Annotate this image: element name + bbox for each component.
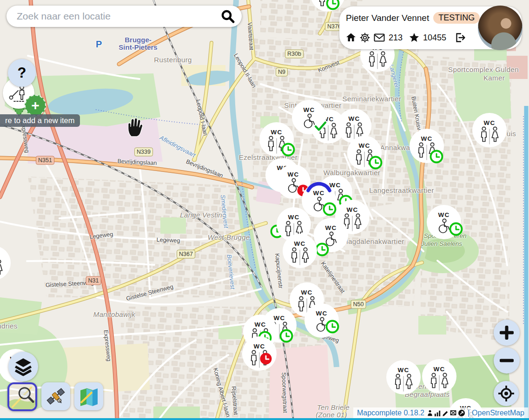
search-bar — [7, 6, 242, 27]
plus-icon — [500, 326, 514, 340]
toilet-marker-duo[interactable]: WC — [417, 354, 462, 399]
openstreetmap-link[interactable]: OpenStreetMap — [472, 409, 524, 417]
mapcomplete-app: Brugge- Sint-Pieters P RustenburgSint-Gi… — [0, 0, 529, 420]
satellite-icon — [46, 386, 66, 407]
toilet-marker-duo[interactable]: WC — [467, 108, 512, 152]
changesets-count: 10455 — [423, 33, 446, 43]
attribution-icons — [427, 409, 465, 417]
hand-cursor-icon — [126, 117, 144, 138]
opening-hours-open-icon — [327, 0, 339, 9]
zoom-out-button[interactable] — [494, 348, 520, 374]
avatar[interactable] — [478, 6, 522, 50]
svg-text:WC: WC — [484, 119, 496, 126]
question-mark-label: ? — [18, 65, 26, 81]
background-map-button[interactable] — [74, 382, 103, 410]
svg-text:WC: WC — [434, 366, 445, 373]
minus-icon — [500, 354, 514, 368]
svg-text:WC: WC — [398, 367, 410, 374]
toilet-marker-wheel[interactable]: WC — [422, 200, 466, 244]
svg-text:WC: WC — [288, 214, 300, 221]
svg-text:WC: WC — [294, 240, 306, 247]
opening-hours-open-icon — [327, 321, 338, 333]
poi-marker-layer: WCWCWCWCWCWCWCWCWCWCWCWCWCWCWCWCWCWCWCWC… — [0, 0, 529, 420]
help-button[interactable]: ? — [8, 59, 36, 87]
toilet-marker-duo[interactable]: WC — [278, 229, 322, 273]
messages-icon[interactable] — [374, 33, 385, 42]
home-icon[interactable] — [346, 33, 356, 43]
toilet-marker-duo[interactable]: WC — [0, 241, 16, 285]
svg-text:WC: WC — [304, 106, 315, 113]
zoom-in-button[interactable] — [494, 320, 520, 346]
osm-carto-icon — [9, 384, 35, 410]
svg-text:WC: WC — [325, 224, 337, 231]
svg-text:WC: WC — [349, 115, 360, 122]
user-name[interactable]: Pieter Vander Vennet — [346, 13, 429, 23]
svg-text:WC: WC — [255, 321, 266, 328]
edit-icon[interactable] — [442, 410, 449, 417]
toilet-marker-duo[interactable]: WC — [342, 131, 387, 175]
messages-count: 213 — [389, 33, 403, 43]
add-item-tooltip: re to add a new item — [0, 114, 80, 127]
logout-icon[interactable] — [455, 33, 466, 43]
app-version-link[interactable]: Mapcomplete 0.18.2 — [357, 409, 424, 417]
background-layer-switcher — [7, 382, 103, 411]
map-style-icon — [79, 386, 99, 407]
background-satellite-button[interactable] — [41, 382, 70, 410]
testing-badge: TESTING — [433, 12, 480, 24]
svg-text:WC: WC — [359, 142, 370, 149]
statistics-icon[interactable] — [434, 410, 441, 417]
attribution-separator: | — [468, 409, 469, 417]
svg-text:WC: WC — [288, 171, 299, 178]
toilet-marker-duo[interactable]: WC — [237, 331, 282, 376]
search-icon[interactable] — [220, 9, 235, 24]
plus-icon: + — [31, 98, 40, 113]
opening-hours-closed-icon — [260, 353, 272, 365]
svg-text:WC: WC — [316, 310, 328, 317]
opening-hours-open-icon — [370, 157, 382, 169]
svg-text:WC: WC — [254, 343, 265, 350]
star-icon — [409, 33, 419, 43]
svg-text:WC: WC — [421, 135, 433, 142]
svg-text:WC: WC — [438, 211, 450, 218]
crosshair-icon — [498, 385, 515, 402]
bottom-accent-bar — [0, 418, 529, 420]
license-icon[interactable] — [450, 410, 457, 416]
search-input[interactable] — [16, 10, 220, 22]
gear-icon[interactable] — [360, 33, 370, 43]
opening-hours-open-icon — [450, 223, 462, 235]
layers-button[interactable] — [8, 352, 38, 381]
toilet-marker-wheel[interactable]: WC — [299, 298, 344, 343]
osm-logo-icon[interactable] — [458, 409, 465, 417]
svg-text:WC: WC — [301, 289, 313, 296]
svg-text:WC: WC — [313, 190, 325, 197]
contributors-icon[interactable] — [427, 410, 433, 417]
opening-hours-open-icon — [431, 151, 443, 163]
toilet-marker-duo[interactable]: WC — [404, 124, 449, 168]
user-panel: Pieter Vander Vennet TESTING 213 — [339, 7, 522, 49]
add-new-item-button[interactable]: + — [25, 95, 46, 116]
background-osm-carto-button[interactable] — [7, 382, 37, 411]
svg-text:WC: WC — [271, 129, 283, 136]
geolocate-button[interactable] — [494, 381, 519, 406]
svg-text:WC: WC — [347, 206, 358, 213]
attribution-bar: Mapcomplete 0.18.2 | O — [353, 407, 528, 419]
layers-icon — [13, 356, 33, 377]
